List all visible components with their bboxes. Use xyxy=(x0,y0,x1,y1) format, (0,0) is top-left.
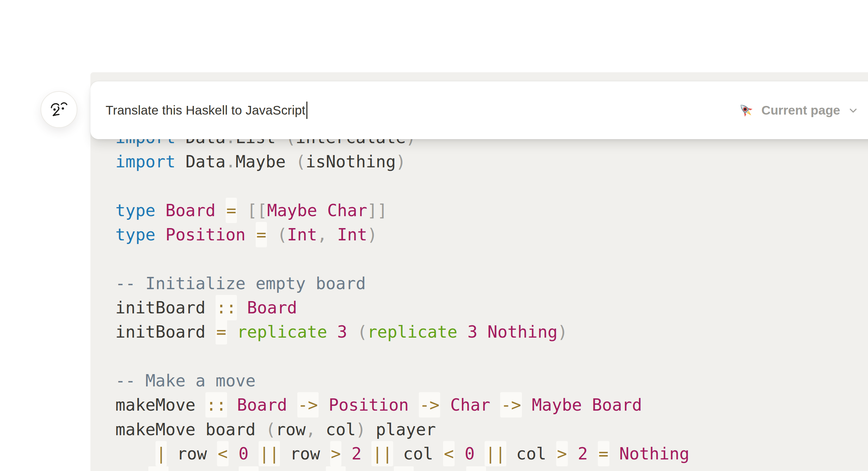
clipped-code-line-fragment xyxy=(326,466,346,471)
code-line: | row < 0 || row > 2 || col < 0 || col >… xyxy=(115,442,689,466)
clipped-code-line-fragment xyxy=(466,466,486,471)
code-line: -- Make a move xyxy=(115,369,689,393)
code-line: type Position = (Int, Int) xyxy=(115,223,689,247)
code-line: -- Initialize empty board xyxy=(115,271,689,296)
ai-face-icon xyxy=(46,97,72,123)
code-line: initBoard :: Board xyxy=(115,296,689,320)
rocket-emoji-icon xyxy=(737,102,755,119)
code-block: import Data.List (intercalate)import Dat… xyxy=(115,125,689,466)
page: { "colors": { "page_bg": "#ffffff", "cod… xyxy=(0,0,868,471)
chevron-down-icon xyxy=(847,104,859,116)
prompt-input[interactable]: Translate this Haskell to JavaScript xyxy=(106,81,307,139)
code-line xyxy=(115,344,689,369)
code-line xyxy=(115,174,689,198)
code-line: type Board = [[Maybe Char]] xyxy=(115,198,689,223)
code-line: initBoard = replicate 3 (replicate 3 Not… xyxy=(115,320,689,344)
code-line: makeMove :: Board -> Position -> Char ->… xyxy=(115,393,689,417)
ai-prompt-bar: Translate this Haskell to JavaScript Cur… xyxy=(90,81,868,139)
clipped-code-line-fragment xyxy=(239,466,259,471)
text-caret xyxy=(306,102,307,119)
context-scope-label: Current page xyxy=(761,103,840,117)
prompt-input-value: Translate this Haskell to JavaScript xyxy=(106,103,306,117)
clipped-code-line-fragment xyxy=(394,466,414,471)
code-line: makeMove board (row, col) player xyxy=(115,418,689,442)
context-scope-selector[interactable]: Current page xyxy=(737,81,859,139)
ai-assistant-avatar xyxy=(41,91,77,128)
clipped-code-line-fragment xyxy=(148,466,168,471)
code-line: import Data.Maybe (isNothing) xyxy=(115,150,689,174)
code-line xyxy=(115,247,689,271)
